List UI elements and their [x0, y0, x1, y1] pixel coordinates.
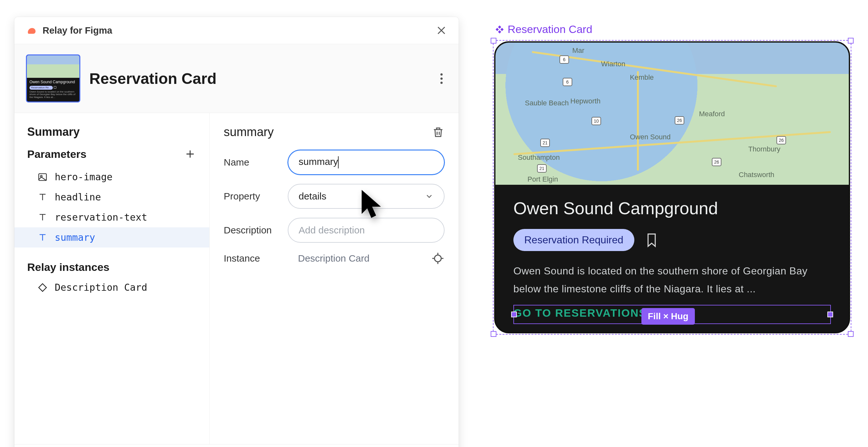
- map-route-shield: 21: [537, 164, 547, 173]
- parameter-name: headline: [55, 191, 101, 203]
- text-icon: [37, 192, 48, 202]
- relay-plugin-panel: Relay for Figma Owen Sound Campground Re…: [14, 17, 459, 447]
- map-city-label: Chatsworth: [739, 171, 774, 179]
- parameter-item-headline[interactable]: headline: [14, 187, 209, 207]
- figma-canvas: Reservation Card MarWiartonKembleSauble …: [493, 23, 851, 335]
- diamond-icon: [37, 282, 48, 293]
- svg-point-2: [435, 255, 441, 262]
- property-label: Property: [224, 191, 280, 202]
- selection-frame[interactable]: MarWiartonKembleSauble BeachHepworthOwen…: [493, 40, 851, 335]
- map-city-label: Meaford: [699, 110, 725, 118]
- map-city-label: Southampton: [518, 153, 560, 162]
- card-title: Owen Sound Campground: [514, 198, 831, 218]
- panel-footer: No errors Share with developer: [14, 444, 459, 447]
- map-route-shield: 26: [675, 116, 684, 124]
- map-city-label: Kemble: [630, 73, 654, 82]
- parameter-list: hero-imageheadlinereservation-textsummar…: [14, 166, 209, 255]
- parameter-name: reservation-text: [55, 212, 147, 223]
- close-icon[interactable]: [436, 25, 447, 36]
- detail-column: summary Name summary Property details: [210, 113, 459, 444]
- map-city-label: Mar: [572, 47, 584, 55]
- reservation-card: MarWiartonKembleSauble BeachHepworthOwen…: [494, 41, 850, 333]
- parameter-item-hero-image[interactable]: hero-image: [14, 167, 209, 187]
- card-description: Owen Sound is located on the southern sh…: [514, 262, 831, 298]
- locate-instance-icon[interactable]: [431, 252, 444, 265]
- map-city-label: Thornbury: [748, 145, 780, 153]
- name-label: Name: [224, 157, 280, 168]
- summary-heading: Summary: [14, 125, 209, 148]
- component-thumbnail: Owen Sound Campground Reservation Re… Ow…: [26, 54, 80, 102]
- component-header: Owen Sound Campground Reservation Re… Ow…: [14, 44, 459, 113]
- hero-map-image: MarWiartonKembleSauble BeachHepworthOwen…: [495, 42, 849, 185]
- description-input[interactable]: Add description: [288, 218, 444, 243]
- property-select[interactable]: details: [288, 184, 444, 209]
- map-route-shield: 21: [540, 139, 550, 147]
- map-route-shield: 26: [776, 136, 786, 144]
- bookmark-icon[interactable]: [645, 233, 658, 248]
- autolayout-badge: Fill × Hug: [642, 308, 695, 325]
- map-city-label: Owen Sound: [630, 133, 671, 141]
- chevron-down-icon: [425, 192, 434, 201]
- map-route-shield: 10: [591, 117, 601, 125]
- component-name: Reservation Card: [89, 70, 216, 87]
- map-route-shield: 6: [563, 78, 572, 86]
- add-parameter-icon[interactable]: [184, 148, 196, 160]
- left-column: Summary Parameters hero-imageheadlineres…: [14, 113, 210, 444]
- detail-title: summary: [224, 125, 274, 139]
- parameter-item-summary[interactable]: summary: [14, 227, 209, 247]
- instance-label: Instance: [224, 253, 280, 264]
- description-label: Description: [224, 225, 280, 236]
- overflow-menu-icon[interactable]: [436, 73, 447, 84]
- image-icon: [37, 172, 48, 182]
- text-icon: [37, 233, 48, 243]
- map-city-label: Wiarton: [601, 60, 625, 68]
- name-input[interactable]: summary: [288, 150, 444, 175]
- app-title: Relay for Figma: [42, 25, 112, 36]
- instance-value: Description Card: [288, 253, 424, 264]
- map-route-shield: 6: [559, 55, 569, 64]
- parameter-item-reservation-text[interactable]: reservation-text: [14, 207, 209, 227]
- frame-label[interactable]: Reservation Card: [495, 23, 851, 35]
- instance-name: Description Card: [55, 282, 147, 293]
- map-route-shield: 26: [712, 158, 721, 166]
- text-icon: [37, 212, 48, 222]
- delete-icon[interactable]: [432, 126, 444, 139]
- parameter-name: hero-image: [55, 171, 113, 182]
- instance-list: Description Card: [14, 277, 209, 297]
- map-city-label: Port Elgin: [527, 175, 558, 183]
- parameter-name: summary: [55, 232, 95, 243]
- instance-item[interactable]: Description Card: [14, 277, 209, 297]
- relay-instances-heading: Relay instances: [14, 255, 209, 277]
- reservation-chip[interactable]: Reservation Required: [514, 229, 634, 251]
- parameters-heading: Parameters: [27, 148, 86, 160]
- card-body: Owen Sound Campground Reservation Requir…: [495, 185, 849, 332]
- map-city-label: Hepworth: [570, 97, 600, 106]
- panel-titlebar: Relay for Figma: [14, 17, 459, 44]
- relay-logo-icon: [26, 25, 37, 36]
- map-city-label: Sauble Beach: [525, 99, 569, 107]
